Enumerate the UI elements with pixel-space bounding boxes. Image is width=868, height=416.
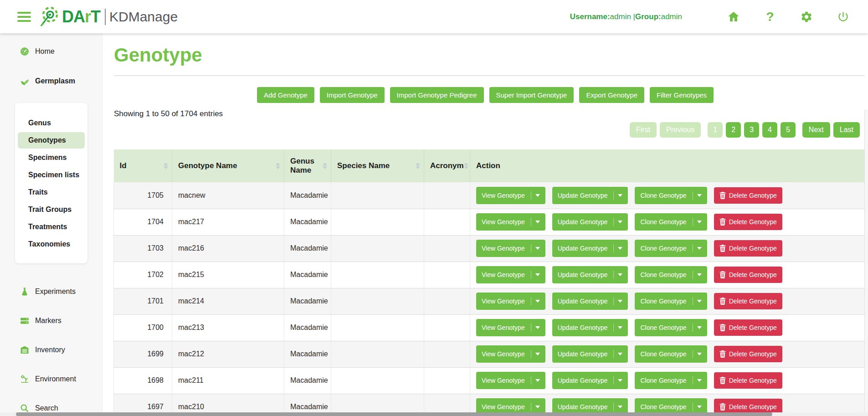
view-genotype-button[interactable]: View Genotype: [476, 266, 545, 283]
cell-genotype-name: mac212: [172, 341, 284, 367]
pagination-page-4[interactable]: 4: [762, 122, 777, 138]
column-header-genotype-name[interactable]: Genotype Name: [172, 149, 284, 182]
add-genotype-button[interactable]: Add Genotype: [257, 87, 314, 103]
view-genotype-button[interactable]: View Genotype: [476, 293, 545, 310]
horizontal-scrollbar-thumb[interactable]: [16, 412, 772, 416]
delete-genotype-button[interactable]: Delete Genotype: [714, 319, 782, 336]
horizontal-scrollbar[interactable]: [0, 412, 868, 416]
column-header-genus-name[interactable]: Genus Name: [284, 149, 331, 182]
cell-id: 1700: [114, 314, 172, 341]
cell-species-name: [331, 288, 424, 314]
pagination-last-button[interactable]: Last: [833, 122, 860, 138]
clone-genotype-button[interactable]: Clone Genotype: [635, 240, 707, 257]
cell-actions: View Genotype Update Genotype Clone Geno…: [470, 209, 865, 235]
view-genotype-button[interactable]: View Genotype: [476, 187, 545, 204]
germplasm-submenu: Genus Genotypes Specimens Specimen lists…: [15, 103, 87, 263]
pagination-next-button[interactable]: Next: [802, 122, 830, 138]
sidebar-label: Search: [35, 404, 58, 412]
home-icon[interactable]: [727, 10, 740, 24]
chevron-down-icon: [535, 194, 540, 197]
update-genotype-button[interactable]: Update Genotype: [552, 345, 628, 363]
submenu-item-traits[interactable]: Traits: [18, 184, 85, 200]
update-genotype-button[interactable]: Update Genotype: [552, 213, 628, 231]
view-genotype-button[interactable]: View Genotype: [476, 213, 545, 231]
update-genotype-button[interactable]: Update Genotype: [552, 266, 628, 283]
cell-id: 1698: [114, 367, 172, 394]
vertical-scrollbar[interactable]: [864, 110, 868, 416]
submenu-item-taxonomies[interactable]: Taxonomies: [18, 236, 85, 252]
cell-genus-name: Macadamie: [284, 367, 331, 394]
clone-genotype-button[interactable]: Clone Genotype: [635, 345, 707, 363]
cell-id: 1701: [114, 288, 172, 314]
sidebar-item-germplasm[interactable]: Germplasm: [0, 77, 102, 86]
pagination-page-5[interactable]: 5: [781, 122, 796, 138]
sidebar-item-markers[interactable]: Markers: [0, 316, 102, 325]
settings-gear-icon[interactable]: [800, 10, 813, 24]
delete-genotype-button[interactable]: Delete Genotype: [714, 346, 782, 362]
cell-genus-name: Macadamie: [284, 262, 331, 288]
view-genotype-button[interactable]: View Genotype: [476, 319, 545, 336]
pagination-page-3[interactable]: 3: [744, 122, 759, 138]
view-genotype-button[interactable]: View Genotype: [476, 345, 545, 363]
storage-box-icon: [20, 345, 29, 354]
sidebar-item-environment[interactable]: Environment: [0, 375, 102, 384]
column-header-id[interactable]: Id: [114, 149, 172, 182]
sidebar-item-home[interactable]: Home: [0, 47, 102, 56]
update-genotype-button[interactable]: Update Genotype: [552, 372, 628, 389]
clone-genotype-button[interactable]: Clone Genotype: [635, 293, 707, 310]
delete-genotype-button[interactable]: Delete Genotype: [714, 293, 782, 309]
pagination-page-2[interactable]: 2: [726, 122, 741, 138]
delete-genotype-button[interactable]: Delete Genotype: [714, 214, 782, 230]
update-genotype-button[interactable]: Update Genotype: [552, 240, 628, 257]
update-genotype-button[interactable]: Update Genotype: [552, 319, 628, 336]
update-genotype-button[interactable]: Update Genotype: [552, 187, 628, 204]
top-bar: DArT KDManage Username:admin |Group:admi…: [0, 0, 868, 33]
clone-genotype-button[interactable]: Clone Genotype: [635, 187, 707, 204]
chevron-down-icon: [618, 247, 622, 250]
pagination-first-button[interactable]: First: [630, 122, 657, 138]
submenu-item-specimen-lists[interactable]: Specimen lists: [18, 167, 85, 183]
cell-actions: View Genotype Update Genotype Clone Geno…: [470, 314, 865, 341]
view-genotype-button[interactable]: View Genotype: [476, 372, 545, 389]
brand-logo[interactable]: DArT KDManage: [39, 5, 178, 29]
submenu-item-treatments[interactable]: Treatments: [18, 219, 85, 235]
import-genotype-button[interactable]: Import Genotype: [320, 87, 385, 103]
export-genotype-button[interactable]: Export Genotype: [579, 87, 644, 103]
chevron-down-icon: [535, 247, 540, 250]
pagination-previous-button[interactable]: Previous: [660, 122, 701, 138]
clone-genotype-button[interactable]: Clone Genotype: [635, 319, 707, 336]
submenu-item-specimens[interactable]: Specimens: [18, 149, 85, 166]
menu-icon[interactable]: [17, 10, 31, 24]
pagination-page-1[interactable]: 1: [708, 122, 723, 138]
submenu-item-genotypes[interactable]: Genotypes: [18, 132, 85, 149]
help-icon[interactable]: ?: [763, 10, 777, 24]
column-header-species-name[interactable]: Species Name: [331, 149, 424, 182]
column-header-action: Action: [470, 149, 865, 182]
filter-genotypes-button[interactable]: Filter Genotypes: [650, 87, 714, 103]
sidebar-item-inventory[interactable]: Inventory: [0, 345, 102, 354]
submenu-item-genus[interactable]: Genus: [18, 115, 85, 131]
clone-genotype-button[interactable]: Clone Genotype: [635, 266, 707, 283]
cell-genus-name: Macadamie: [284, 314, 331, 341]
import-genotype-pedigree-button[interactable]: Import Genotype Pedigree: [390, 87, 484, 103]
trash-icon: [719, 245, 726, 252]
cell-genus-name: Macadamie: [284, 209, 331, 235]
clone-genotype-button[interactable]: Clone Genotype: [635, 372, 707, 389]
update-genotype-button[interactable]: Update Genotype: [552, 293, 628, 310]
delete-genotype-button[interactable]: Delete Genotype: [714, 240, 782, 257]
power-icon[interactable]: [836, 10, 850, 24]
clone-genotype-button[interactable]: Clone Genotype: [635, 213, 707, 231]
super-import-genotype-button[interactable]: Super Import Genotype: [489, 87, 574, 103]
table-row: 1698 mac211 Macadamie View Genotype Upda…: [114, 367, 865, 394]
submenu-item-trait-groups[interactable]: Trait Groups: [18, 201, 85, 218]
delete-genotype-button[interactable]: Delete Genotype: [714, 372, 782, 389]
sidebar-item-experiments[interactable]: Experiments: [0, 287, 102, 296]
delete-genotype-button[interactable]: Delete Genotype: [714, 267, 782, 283]
cell-acronym: [424, 314, 470, 341]
sidebar-label: Environment: [35, 375, 76, 383]
cell-genus-name: Macadamie: [284, 341, 331, 367]
delete-genotype-button[interactable]: Delete Genotype: [714, 187, 782, 204]
view-genotype-button[interactable]: View Genotype: [476, 240, 545, 257]
column-header-acronym[interactable]: Acronym: [424, 149, 470, 182]
sidebar-item-search[interactable]: Search: [0, 404, 102, 413]
